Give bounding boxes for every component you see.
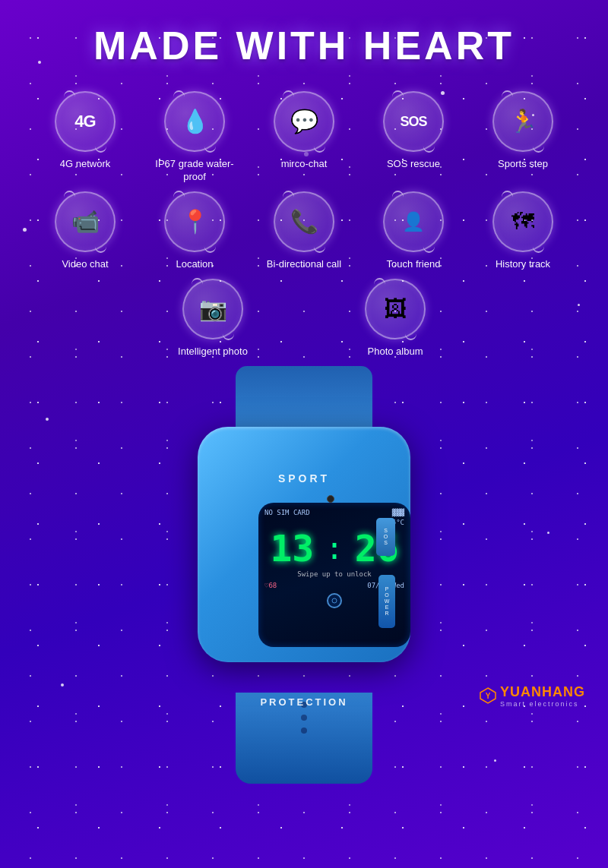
feature-item-intelligent-photo: 📷 Intelligent photo bbox=[167, 279, 258, 358]
location-icon: 📍 bbox=[181, 210, 209, 233]
brand-name: YUANHANG bbox=[500, 684, 585, 700]
feature-label-intelligent-photo: Intelligent photo bbox=[178, 346, 248, 358]
sport-label: SPORT bbox=[278, 472, 330, 485]
home-button[interactable] bbox=[327, 593, 342, 608]
feature-icon-bg-intelligent-photo: 📷 bbox=[182, 279, 243, 339]
feature-item-sos: SOS SOS rescue bbox=[368, 91, 459, 171]
svg-point-0 bbox=[332, 598, 337, 603]
svg-text:Y: Y bbox=[486, 692, 491, 700]
sos-icon: SOS bbox=[400, 115, 426, 128]
features-section: 4G 4G network 💧 IP67 grade water-proof 💬… bbox=[0, 76, 608, 374]
no-sim-text: NO SIM CARD bbox=[264, 509, 310, 516]
feature-label-location: Location bbox=[176, 258, 213, 271]
watch-outer: SPORT NO SIM CARD ▓▓▓ 25°C 13 : bbox=[167, 389, 441, 723]
phone-icon: 📞 bbox=[290, 210, 318, 233]
brand-icon: Y bbox=[479, 687, 497, 705]
watch-band-top bbox=[236, 366, 372, 427]
photo-album-icon: 🖼 bbox=[384, 298, 407, 320]
feature-icon-bg-video-chat: 📹 bbox=[55, 191, 116, 252]
feature-item-mirco-chat: 💬 mirco-chat bbox=[258, 91, 350, 171]
page-title: MADE WITH HEART bbox=[15, 23, 593, 68]
feature-icon-bg-location: 📍 bbox=[164, 191, 225, 252]
water-drop-icon: 💧 bbox=[181, 110, 209, 133]
feature-label-bidirectional-call: Bi-directional call bbox=[267, 258, 341, 271]
watch-body: SPORT NO SIM CARD ▓▓▓ 25°C 13 : bbox=[198, 427, 410, 662]
feature-label-history-track: History track bbox=[496, 258, 550, 271]
feature-item-4g: 4G 4G network bbox=[40, 91, 131, 171]
person-add-icon: 👤 bbox=[402, 213, 425, 231]
feature-label-video-chat: Video chat bbox=[62, 258, 108, 271]
page-container: MADE WITH HEART 4G 4G network 💧 IP67 gra… bbox=[0, 0, 608, 731]
running-icon: 🏃 bbox=[509, 110, 537, 133]
sos-button[interactable]: SOS bbox=[376, 518, 395, 556]
features-row-1: 4G 4G network 💧 IP67 grade water-proof 💬… bbox=[30, 91, 578, 184]
feature-icon-bg-sos: SOS bbox=[383, 91, 444, 152]
feature-label-sos: SOS rescue bbox=[387, 158, 440, 171]
feature-icon-bg-mirco-chat: 💬 bbox=[274, 91, 334, 152]
brand-logo: Y YUANHANG Smart electronics bbox=[479, 684, 585, 708]
protection-label: PROTECTION bbox=[260, 696, 347, 708]
feature-label-4g: 4G network bbox=[60, 158, 110, 171]
screen-top-bar: NO SIM CARD ▓▓▓ bbox=[264, 509, 404, 516]
map-pin-icon: 🗺 bbox=[511, 210, 534, 233]
feature-label-waterproof: IP67 grade water-proof bbox=[149, 158, 240, 184]
screen-hour: 13 bbox=[270, 530, 314, 567]
features-row-2: 📹 Video chat 📍 Location 📞 Bi-directional… bbox=[30, 191, 578, 271]
feature-icon-bg-photo-album: 🖼 bbox=[365, 279, 426, 339]
feature-item-waterproof: 💧 IP67 grade water-proof bbox=[149, 91, 240, 184]
feature-item-location: 📍 Location bbox=[149, 191, 240, 271]
watch-section: SPORT NO SIM CARD ▓▓▓ 25°C 13 : bbox=[0, 374, 608, 731]
video-chat-icon: 📹 bbox=[71, 210, 100, 233]
feature-item-bidirectional-call: 📞 Bi-directional call bbox=[258, 191, 350, 271]
screen-colon: : bbox=[325, 531, 344, 566]
brand-subtitle: Smart electronics bbox=[500, 700, 585, 708]
feature-item-video-chat: 📹 Video chat bbox=[40, 191, 131, 271]
feature-item-sports-step: 🏃 Sports step bbox=[477, 91, 568, 171]
feature-icon-bg-4g: 4G bbox=[55, 91, 116, 152]
feature-item-touch-friend: 👤 Touch friend bbox=[368, 191, 459, 271]
feature-icon-bg-bidirectional-call: 📞 bbox=[274, 191, 334, 252]
camera-icon: 📷 bbox=[199, 298, 227, 320]
feature-label-mirco-chat: mirco-chat bbox=[281, 158, 328, 171]
heart-rate: ♡68 bbox=[264, 582, 277, 589]
camera-dot bbox=[327, 495, 334, 503]
feature-item-photo-album: 🖼 Photo album bbox=[350, 279, 441, 358]
feature-label-sports-step: Sports step bbox=[498, 158, 548, 171]
feature-label-touch-friend: Touch friend bbox=[387, 258, 441, 271]
feature-icon-bg-sports-step: 🏃 bbox=[492, 91, 553, 152]
battery-icon: ▓▓▓ bbox=[392, 509, 404, 516]
feature-icon-bg-history-track: 🗺 bbox=[492, 191, 553, 252]
title-section: MADE WITH HEART bbox=[0, 0, 608, 76]
chat-icon: 💬 bbox=[290, 110, 318, 133]
feature-icon-bg-waterproof: 💧 bbox=[164, 91, 225, 152]
4g-icon: 4G bbox=[74, 113, 95, 130]
features-row-3: 📷 Intelligent photo 🖼 Photo album bbox=[30, 279, 578, 358]
power-button[interactable]: POWER bbox=[378, 575, 395, 628]
feature-label-photo-album: Photo album bbox=[368, 346, 423, 358]
feature-icon-bg-touch-friend: 👤 bbox=[383, 191, 444, 252]
feature-item-history-track: 🗺 History track bbox=[477, 191, 568, 271]
